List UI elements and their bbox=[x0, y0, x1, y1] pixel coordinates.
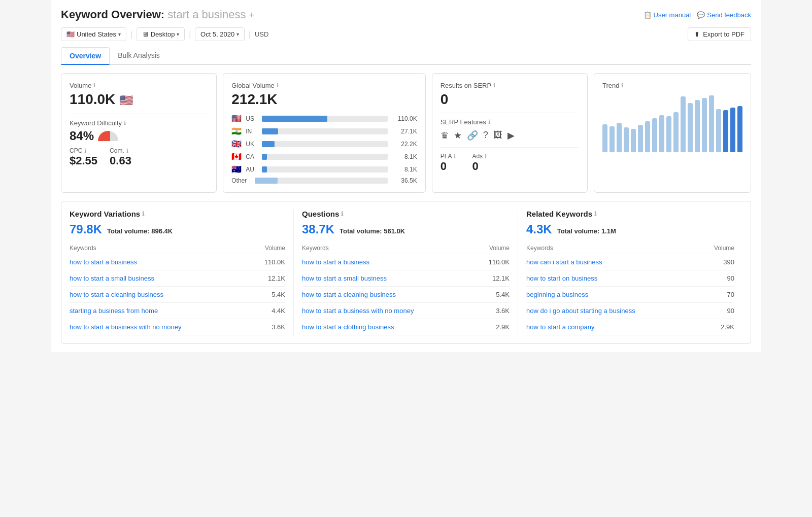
difficulty-info-icon[interactable]: ℹ bbox=[124, 120, 126, 126]
volume-label: Volume ℹ bbox=[70, 82, 208, 89]
global-volume-row: 🇨🇦 CA 8.1K bbox=[231, 152, 417, 161]
global-info-icon[interactable]: ℹ bbox=[277, 82, 279, 89]
trend-bar bbox=[666, 116, 671, 152]
q-info-icon[interactable]: ℹ bbox=[341, 211, 343, 217]
keyword-link[interactable]: how to start a company bbox=[526, 323, 594, 331]
volume-cell: 3.6K bbox=[477, 303, 510, 319]
rk-info-icon[interactable]: ℹ bbox=[594, 211, 596, 217]
keyword-link[interactable]: how to start a cleaning business bbox=[70, 291, 163, 298]
country-flag-emoji: 🇺🇸 bbox=[231, 114, 242, 123]
bar-fill bbox=[262, 116, 327, 122]
bottom-grid: Keyword Variations ℹ 79.8K Total volume:… bbox=[70, 210, 742, 335]
star-icon: ★ bbox=[454, 130, 462, 141]
user-manual-link[interactable]: 📋 User manual bbox=[644, 11, 691, 19]
pla-info-icon[interactable]: ℹ bbox=[454, 153, 456, 160]
export-button[interactable]: ⬆ Export to PDF bbox=[688, 27, 751, 41]
difficulty-label: Keyword Difficulty ℹ bbox=[70, 119, 208, 127]
currency-label: USD bbox=[255, 30, 268, 38]
serp-label: Results on SERP ℹ bbox=[441, 82, 579, 89]
volume-cell: 90 bbox=[702, 270, 734, 287]
send-feedback-label: Send feedback bbox=[707, 11, 751, 19]
cpc-label: CPC ℹ bbox=[70, 147, 97, 154]
device-filter[interactable]: 🖥 Desktop ▾ bbox=[137, 27, 185, 41]
trend-chart bbox=[602, 91, 742, 152]
plus-icon[interactable]: + bbox=[249, 10, 255, 20]
keyword-link[interactable]: how to start a clothing business bbox=[302, 323, 394, 331]
table-row: how to start a cleaning business 5.4K bbox=[302, 287, 510, 303]
q-col-volume: Volume bbox=[477, 243, 510, 254]
volume-cell: 110.0K bbox=[251, 254, 285, 270]
trend-bar bbox=[617, 123, 622, 152]
pla-item: PLA ℹ 0 bbox=[441, 153, 456, 173]
keyword-link[interactable]: how to start on business bbox=[526, 274, 597, 282]
volume-cell: 5.4K bbox=[251, 287, 285, 303]
tab-bulk-analysis[interactable]: Bulk Analysis bbox=[110, 47, 167, 65]
country-filter[interactable]: 🇺🇸 United States ▾ bbox=[61, 27, 126, 41]
keyword-link[interactable]: how to start a small business bbox=[70, 274, 154, 282]
com-label: Com. ℹ bbox=[110, 147, 131, 154]
global-volume-row: 🇮🇳 IN 27.1K bbox=[231, 126, 417, 136]
volume-cell: 2.9K bbox=[477, 319, 510, 335]
chevron-down-icon2: ▾ bbox=[177, 31, 179, 37]
export-label: Export to PDF bbox=[703, 30, 745, 38]
bar-fill bbox=[262, 166, 267, 173]
tab-overview[interactable]: Overview bbox=[61, 47, 110, 65]
keyword-link[interactable]: how can i start a business bbox=[526, 258, 602, 266]
volume-cell: 5.4K bbox=[477, 287, 510, 303]
country-volume: 27.1K bbox=[392, 128, 417, 135]
trend-bar bbox=[645, 121, 650, 152]
keyword-link[interactable]: beginning a business bbox=[526, 291, 588, 298]
table-row: how to start a business with no money 3.… bbox=[302, 303, 510, 319]
keyword-link[interactable]: how to start a small business bbox=[302, 274, 387, 282]
serp-info-icon[interactable]: ℹ bbox=[493, 82, 495, 89]
link-icon: 🔗 bbox=[467, 130, 478, 141]
table-row: how to start a business 110.0K bbox=[70, 254, 285, 270]
cpc-com-section: CPC ℹ $2.55 Com. ℹ 0.63 bbox=[70, 147, 208, 167]
date-filter[interactable]: Oct 5, 2020 ▾ bbox=[195, 27, 245, 41]
keyword-link[interactable]: how to start a business with no money bbox=[302, 307, 414, 315]
trend-bar bbox=[602, 124, 607, 152]
bar-background bbox=[262, 128, 387, 134]
keyword-link[interactable]: starting a business from home bbox=[70, 307, 158, 315]
send-feedback-link[interactable]: 💬 Send feedback bbox=[697, 11, 751, 19]
trend-bar bbox=[681, 96, 686, 152]
keyword-link[interactable]: how to start a business with no money bbox=[70, 323, 181, 331]
table-row: how to start a cleaning business 5.4K bbox=[70, 287, 285, 303]
keyword-link[interactable]: how do i go about starting a business bbox=[526, 307, 635, 315]
image-icon: 🖼 bbox=[493, 130, 502, 141]
country-volume: 8.1K bbox=[392, 153, 417, 160]
keyword-link[interactable]: how to start a business bbox=[70, 258, 137, 266]
volume-cell: 4.4K bbox=[251, 303, 285, 319]
keyword-link[interactable]: how to start a cleaning business bbox=[302, 291, 396, 298]
feedback-icon: 💬 bbox=[697, 11, 705, 19]
ads-info-icon[interactable]: ℹ bbox=[485, 153, 487, 160]
cpc-value: $2.55 bbox=[70, 154, 97, 167]
q-count: 38.7K bbox=[302, 222, 334, 236]
kv-info-icon[interactable]: ℹ bbox=[142, 211, 144, 217]
keyword-link[interactable]: how to start a business bbox=[302, 258, 369, 266]
volume-info-icon[interactable]: ℹ bbox=[93, 82, 95, 89]
features-info-icon[interactable]: ℹ bbox=[488, 119, 490, 125]
global-volume-label: Global Volume ℹ bbox=[231, 82, 417, 89]
cpc-info-icon[interactable]: ℹ bbox=[84, 148, 86, 154]
trend-bar bbox=[659, 115, 664, 152]
trend-bar bbox=[730, 108, 735, 152]
separator: | bbox=[130, 30, 132, 39]
rk-col-volume: Volume bbox=[702, 243, 734, 254]
global-volume-row: 🇦🇺 AU 8.1K bbox=[231, 164, 417, 174]
trend-bar bbox=[702, 98, 707, 152]
volume-cell: 110.0K bbox=[477, 254, 510, 270]
com-info-icon[interactable]: ℹ bbox=[126, 148, 128, 154]
stats-grid: Volume ℹ 110.0K 🇺🇸 Keyword Difficulty ℹ … bbox=[61, 73, 751, 193]
bar-background bbox=[262, 116, 387, 122]
ads-label: Ads ℹ bbox=[472, 153, 487, 160]
trend-bar bbox=[638, 125, 643, 152]
global-volume-card: Global Volume ℹ 212.1K 🇺🇸 US 110.0K 🇮🇳 I… bbox=[223, 73, 425, 193]
volume-value: 110.0K 🇺🇸 bbox=[70, 91, 208, 108]
table-row: how to start on business 90 bbox=[526, 270, 734, 287]
chevron-down-icon3: ▾ bbox=[236, 31, 239, 37]
bar-fill bbox=[262, 154, 267, 160]
table-row: how do i go about starting a business 90 bbox=[526, 303, 734, 319]
trend-info-icon[interactable]: ℹ bbox=[621, 82, 623, 89]
other-volume: 36.5K bbox=[392, 177, 417, 184]
